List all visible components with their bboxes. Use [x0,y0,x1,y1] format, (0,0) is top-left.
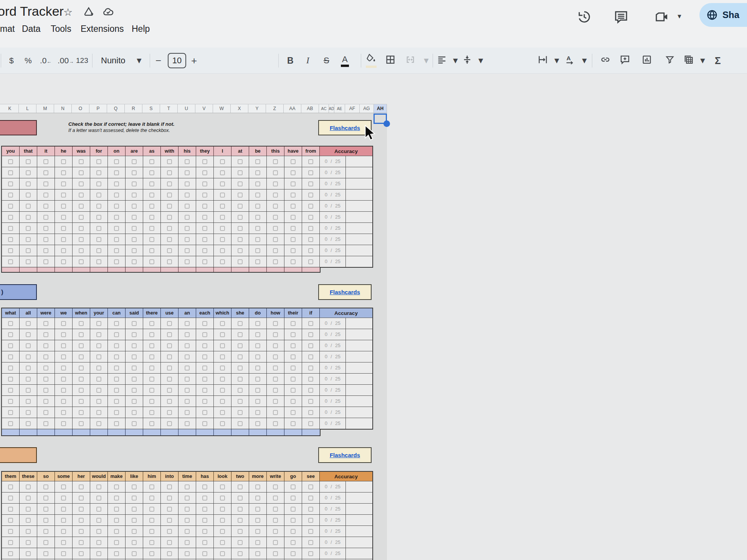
checkbox-cell[interactable] [37,548,55,559]
checkbox-cell[interactable] [267,537,284,548]
checkbox-cell[interactable] [231,514,249,525]
checkbox-cell[interactable] [90,418,108,429]
checkbox-cell[interactable] [2,318,20,329]
checkbox-cell[interactable] [196,167,214,178]
checkbox-cell[interactable] [284,362,302,373]
checkbox-cell[interactable] [178,492,196,503]
sheet-canvas[interactable]: Check the box if correct; leave it blank… [0,113,387,560]
column-header-P[interactable]: P [89,104,107,113]
checkbox-cell[interactable] [284,318,302,329]
table-views-caret[interactable]: ▼ [699,56,707,65]
checkbox-cell[interactable] [302,503,320,514]
checkbox-cell[interactable] [267,234,284,245]
checkbox-cell[interactable] [20,167,37,178]
decrease-decimal-button[interactable]: .0← [40,56,52,65]
checkbox-cell[interactable] [73,373,90,384]
checkbox-cell[interactable] [178,514,196,525]
checkbox-cell[interactable] [55,167,73,178]
checkbox-cell[interactable] [196,395,214,407]
checkbox-cell[interactable] [55,340,73,351]
checkbox-cell[interactable] [178,373,196,384]
checkbox-cell[interactable] [214,351,231,362]
checkbox-cell[interactable] [143,492,161,503]
checkbox-cell[interactable] [196,418,214,429]
checkbox-cell[interactable] [178,525,196,537]
checkbox-cell[interactable] [37,222,55,234]
checkbox-cell[interactable] [284,245,302,256]
checkbox-cell[interactable] [249,211,267,222]
checkbox-cell[interactable] [161,525,178,537]
checkbox-cell[interactable] [90,211,108,222]
checkbox-cell[interactable] [284,395,302,407]
checkbox-cell[interactable] [126,514,143,525]
checkbox-cell[interactable] [37,256,55,267]
checkbox-cell[interactable] [73,548,90,559]
checkbox-cell[interactable] [2,407,20,418]
checkbox-cell[interactable] [143,167,161,178]
checkbox-cell[interactable] [231,256,249,267]
checkbox-cell[interactable] [126,167,143,178]
checkbox-cell[interactable] [108,318,126,329]
checkbox-cell[interactable] [73,537,90,548]
checkbox-cell[interactable] [302,537,320,548]
checkbox-cell[interactable] [143,525,161,537]
checkbox-cell[interactable] [196,222,214,234]
checkbox-cell[interactable] [108,189,126,200]
checkbox-cell[interactable] [178,362,196,373]
checkbox-cell[interactable] [20,340,37,351]
checkbox-cell[interactable] [161,492,178,503]
meet-video-icon[interactable] [653,9,670,25]
checkbox-cell[interactable] [284,514,302,525]
checkbox-cell[interactable] [214,514,231,525]
checkbox-cell[interactable] [284,492,302,503]
checkbox-cell[interactable] [2,351,20,362]
checkbox-cell[interactable] [2,418,20,429]
document-title[interactable]: ord Tracker [0,4,64,19]
checkbox-cell[interactable] [302,189,320,200]
column-header-K[interactable]: K [1,104,19,113]
checkbox-cell[interactable] [284,178,302,189]
checkbox-cell[interactable] [178,167,196,178]
text-rotation-button[interactable]: A [564,54,576,67]
more-formats-button[interactable]: 123 [76,56,88,65]
checkbox-cell[interactable] [37,318,55,329]
checkbox-cell[interactable] [143,189,161,200]
checkbox-cell[interactable] [214,156,231,167]
checkbox-cell[interactable] [231,351,249,362]
decrease-font-size-button[interactable]: − [155,54,161,66]
checkbox-cell[interactable] [143,222,161,234]
checkbox-cell[interactable] [108,178,126,189]
checkbox-cell[interactable] [55,514,73,525]
checkbox-cell[interactable] [249,351,267,362]
checkbox-cell[interactable] [143,503,161,514]
checkbox-cell[interactable] [2,156,20,167]
checkbox-cell[interactable] [73,318,90,329]
checkbox-cell[interactable] [20,351,37,362]
font-name-caret[interactable]: ▼ [135,56,143,65]
checkbox-cell[interactable] [143,156,161,167]
checkbox-cell[interactable] [302,407,320,418]
checkbox-cell[interactable] [249,481,267,492]
checkbox-cell[interactable] [73,514,90,525]
checkbox-cell[interactable] [231,537,249,548]
checkbox-cell[interactable] [178,407,196,418]
checkbox-cell[interactable] [20,211,37,222]
checkbox-cell[interactable] [108,211,126,222]
checkbox-cell[interactable] [108,514,126,525]
checkbox-cell[interactable] [284,222,302,234]
checkbox-cell[interactable] [231,318,249,329]
checkbox-cell[interactable] [2,234,20,245]
checkbox-cell[interactable] [231,340,249,351]
vertical-align-caret[interactable]: ▼ [477,56,485,65]
flashcards-button-orange-words[interactable]: Flashcards [318,447,372,463]
checkbox-cell[interactable] [20,537,37,548]
column-header-AF[interactable]: AF [345,104,360,113]
checkbox-cell[interactable] [73,178,90,189]
checkbox-cell[interactable] [196,211,214,222]
comments-icon[interactable] [613,9,629,25]
checkbox-cell[interactable] [37,167,55,178]
checkbox-cell[interactable] [2,167,20,178]
checkbox-cell[interactable] [2,492,20,503]
checkbox-cell[interactable] [37,481,55,492]
checkbox-cell[interactable] [55,384,73,395]
